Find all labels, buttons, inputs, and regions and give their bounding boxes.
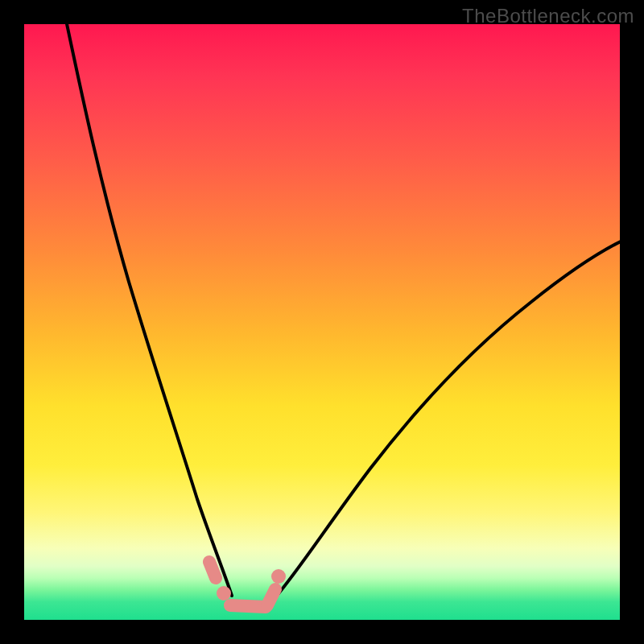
highlight-dot <box>271 569 286 584</box>
highlight-dot <box>209 562 216 578</box>
bottleneck-curve-left <box>66 24 232 596</box>
highlight-dot <box>217 586 231 601</box>
watermark-text: TheBottleneck.com <box>462 5 634 27</box>
plot-area <box>24 24 620 620</box>
chart-svg <box>24 24 620 620</box>
highlight-segment <box>230 605 266 607</box>
chart-frame: TheBottleneck.com <box>0 0 644 644</box>
highlight-segment <box>267 589 275 605</box>
bottleneck-curve-right <box>275 240 620 597</box>
